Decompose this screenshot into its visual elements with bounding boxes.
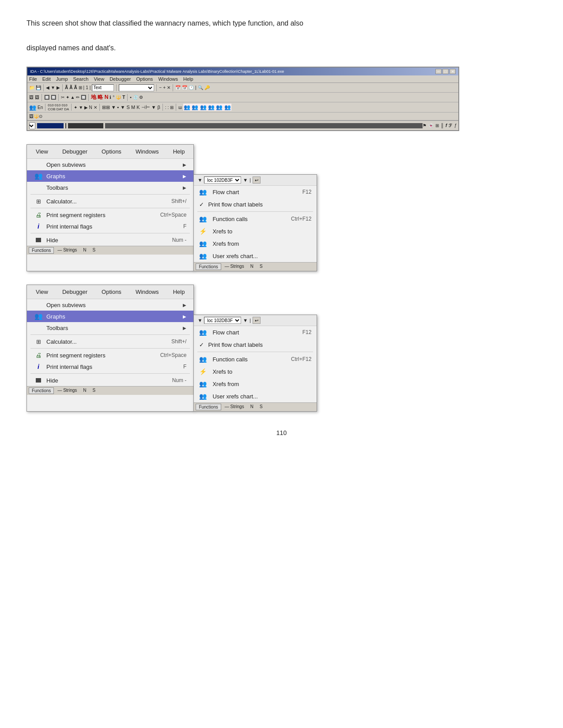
st1-location-select[interactable]: loc 102DB3F bbox=[204, 176, 241, 184]
tb-nav2[interactable]: ▼ bbox=[51, 85, 55, 90]
tb-text-input[interactable] bbox=[92, 84, 114, 91]
menu-search[interactable]: Search bbox=[73, 76, 89, 82]
submenu2-item-flow-chart[interactable]: 👥 Flow chart F12 bbox=[194, 326, 317, 338]
mh2-help[interactable]: Help bbox=[171, 288, 187, 296]
stab-s-2[interactable]: S bbox=[257, 404, 265, 410]
submenu-item-function-calls[interactable]: 👥 Function calls Ctrl+F12 bbox=[194, 213, 317, 225]
mh1-help[interactable]: Help bbox=[171, 147, 187, 156]
stab-functions-1[interactable]: Functions bbox=[196, 263, 221, 270]
tab-n-1[interactable]: N bbox=[80, 247, 89, 254]
menu-options[interactable]: Options bbox=[136, 76, 153, 82]
submenu-item-xrefs-from[interactable]: 👥 Xrefs from bbox=[194, 237, 317, 250]
menu2-item-print-flags[interactable]: i Print internal flags F bbox=[27, 361, 193, 372]
close-btn[interactable]: ✕ bbox=[450, 69, 456, 74]
open-subviews-arrow: ▶ bbox=[183, 162, 186, 167]
menu-file[interactable]: File bbox=[29, 76, 37, 82]
st2-location-select[interactable]: loc 102DB3F bbox=[204, 317, 241, 324]
tb-dropdown[interactable] bbox=[119, 84, 154, 91]
stab-functions-2[interactable]: Functions bbox=[196, 404, 221, 410]
menu2-item-calculator[interactable]: ⊞ Calculator... Shift+/ bbox=[27, 336, 193, 347]
status-fff: ƒ bbox=[454, 123, 457, 128]
sep3 bbox=[116, 84, 117, 91]
menu-item-print-segment[interactable]: 🖨 Print segment registers Ctrl+Space bbox=[27, 209, 193, 221]
graphs-arrow: ▶ bbox=[183, 174, 186, 179]
menu-jump[interactable]: Jump bbox=[56, 76, 68, 82]
s2-flow-chart-label: Flow chart bbox=[212, 329, 295, 336]
status-bar-blue bbox=[37, 123, 64, 128]
menu-windows[interactable]: Windows bbox=[158, 76, 178, 82]
mh1-options[interactable]: Options bbox=[100, 147, 123, 156]
menu-view[interactable]: View bbox=[94, 76, 104, 82]
flow-chart-icon: 👥 bbox=[199, 188, 209, 195]
m2-print-segment-label: Print segment registers bbox=[46, 352, 151, 359]
tb-nav1[interactable]: ◀ bbox=[46, 85, 49, 90]
submenu-item-user-xrefs[interactable]: 👥 User xrefs chart... bbox=[194, 250, 317, 262]
m2-graphs-arrow: ▶ bbox=[183, 314, 186, 319]
menu-edit[interactable]: Edit bbox=[42, 76, 51, 82]
tb-nav3[interactable]: ▶ bbox=[57, 85, 60, 90]
stab-strings-1[interactable]: — Strings bbox=[222, 263, 247, 270]
tb2-icon2: 🖼 bbox=[35, 95, 39, 100]
xrefs-to-icon: ⚡ bbox=[199, 228, 209, 235]
menu-debugger[interactable]: Debugger bbox=[110, 76, 131, 82]
menu2-item-open-subviews[interactable]: Open subviews ▶ bbox=[27, 299, 193, 311]
status-select[interactable] bbox=[29, 122, 35, 129]
s2-print-flow-check: ✓ bbox=[199, 341, 206, 348]
submenu2-item-xrefs-to[interactable]: ⚡ Xrefs to bbox=[194, 365, 317, 378]
menu-help[interactable]: Help bbox=[183, 76, 193, 82]
stab-strings-2[interactable]: — Strings bbox=[222, 404, 247, 410]
submenu-item-xrefs-to[interactable]: ⚡ Xrefs to bbox=[194, 225, 317, 237]
mh1-windows[interactable]: Windows bbox=[134, 147, 161, 156]
titlebar-controls[interactable]: ─ □ ✕ bbox=[435, 69, 456, 74]
tb-icon-e2: 📅 bbox=[182, 85, 187, 90]
tab-s-1[interactable]: S bbox=[90, 247, 98, 254]
tab-n-2[interactable]: N bbox=[80, 387, 89, 394]
menu-item-calculator[interactable]: ⊞ Calculator... Shift+/ bbox=[27, 195, 193, 207]
submenu2-item-user-xrefs[interactable]: 👥 User xrefs chart... bbox=[194, 390, 317, 402]
submenu2-item-print-flow[interactable]: ✓ Print flow chart labels bbox=[194, 338, 317, 351]
submenu-item-print-flow[interactable]: ✓ Print flow chart labels bbox=[194, 198, 317, 210]
tab-strings-1[interactable]: — Strings bbox=[55, 247, 79, 254]
stab-n-2[interactable]: N bbox=[248, 404, 256, 410]
mh2-debugger[interactable]: Debugger bbox=[60, 288, 89, 296]
submenu2-item-function-calls[interactable]: 👥 Function calls Ctrl+F12 bbox=[194, 353, 317, 365]
mh2-windows[interactable]: Windows bbox=[134, 288, 161, 296]
submenu2-item-xrefs-from[interactable]: 👥 Xrefs from bbox=[194, 378, 317, 390]
menu2-item-print-segment[interactable]: 🖨 Print segment registers Ctrl+Space bbox=[27, 349, 193, 361]
mh1-debugger[interactable]: Debugger bbox=[60, 147, 89, 156]
maximize-btn[interactable]: □ bbox=[442, 69, 449, 74]
submenu-item-flow-chart[interactable]: 👥 Flow chart F12 bbox=[194, 186, 317, 198]
mh2-view[interactable]: View bbox=[34, 288, 50, 296]
menu-item-hide[interactable]: Hide Num - bbox=[27, 234, 193, 246]
stab-s-1[interactable]: S bbox=[257, 263, 265, 270]
st2-back-btn[interactable]: ↩ bbox=[253, 317, 261, 324]
ida-title: IDA - C:\Users\student\Desktop\126\Pract… bbox=[30, 69, 284, 74]
sep2 bbox=[62, 84, 63, 91]
tab-s-2[interactable]: S bbox=[90, 387, 98, 394]
mh1-view[interactable]: View bbox=[34, 147, 50, 156]
stab-n-1[interactable]: N bbox=[248, 263, 256, 270]
toolbars-label: Toolbars bbox=[46, 184, 179, 191]
menu2-item-graphs[interactable]: 👥 Graphs ▶ bbox=[27, 311, 193, 322]
menu-item-print-flags[interactable]: i Print internal flags F bbox=[27, 221, 193, 232]
tab-strings-2[interactable]: — Strings bbox=[55, 387, 79, 394]
m2-toolbars-arrow: ▶ bbox=[183, 326, 186, 330]
tb2-label-cd: ℹ ° bbox=[110, 95, 114, 100]
tab-functions-2[interactable]: Functions bbox=[29, 387, 54, 394]
s2-xrefs-to-icon: ⚡ bbox=[199, 368, 209, 375]
minimize-btn[interactable]: ─ bbox=[435, 69, 442, 74]
mh2-options[interactable]: Options bbox=[100, 288, 123, 296]
s2-xrefs-from-icon: 👥 bbox=[199, 380, 209, 387]
menu-item-open-subviews[interactable]: Open subviews ▶ bbox=[27, 159, 193, 170]
st1-back-btn[interactable]: ↩ bbox=[253, 176, 261, 184]
s2-flow-chart-shortcut: F12 bbox=[302, 329, 312, 335]
tb3-nav: ✦ ▼ ▶ N ✕ bbox=[74, 105, 97, 110]
print-flags-shortcut: F bbox=[183, 223, 186, 229]
menu-item-graphs[interactable]: 👥 Graphs ▶ bbox=[27, 170, 193, 182]
function-calls-icon: 👥 bbox=[199, 215, 209, 222]
tab-functions-1[interactable]: Functions bbox=[29, 247, 54, 254]
ida-menubar: File Edit Jump Search View Debugger Opti… bbox=[27, 75, 458, 83]
menu2-item-hide[interactable]: Hide Num - bbox=[27, 375, 193, 386]
menu2-item-toolbars[interactable]: Toolbars ▶ bbox=[27, 322, 193, 334]
menu-item-toolbars[interactable]: Toolbars ▶ bbox=[27, 182, 193, 193]
